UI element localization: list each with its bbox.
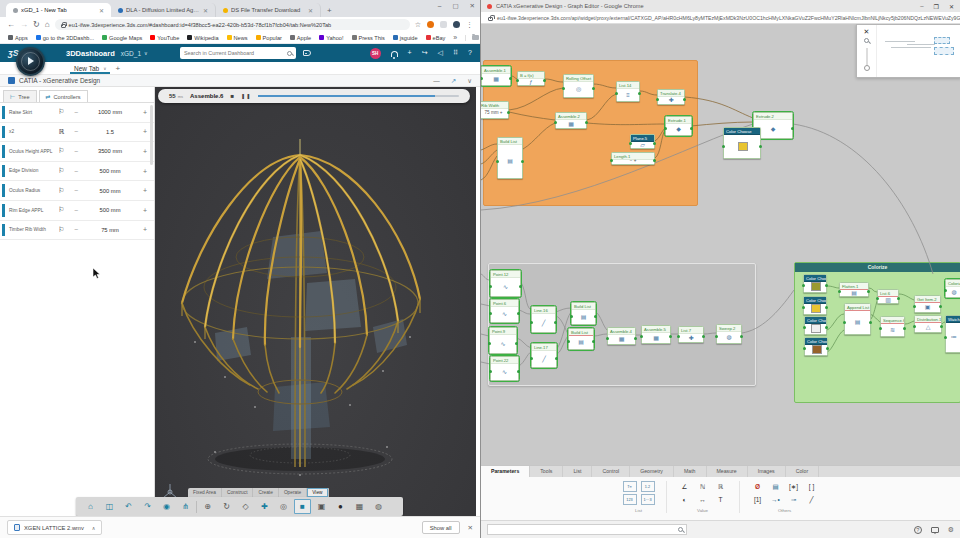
toolbox-tab[interactable]: List [563,466,592,477]
decrement-button[interactable]: − [68,187,84,194]
graph-node[interactable]: Append List ▤ [844,303,871,335]
close-icon[interactable]: ✕ [864,28,870,35]
bracket-param-icon[interactable]: [ ] [805,481,819,492]
bookmark-item[interactable]: News [227,35,248,41]
window-control-button[interactable]: ❐ [934,3,939,10]
rss-extension-icon[interactable] [427,21,434,28]
list-param-icon[interactable]: [∗] [787,481,801,492]
toolbox-tab[interactable]: Tools [530,466,563,477]
graph-node[interactable]: Color Choose [804,316,827,335]
window-control-button[interactable]: ✕ [949,3,954,10]
dashboard-name[interactable]: xGD_1 [121,50,141,57]
bookmark-item[interactable]: Press This [352,35,385,41]
graph-node[interactable]: Point.12 ∿ [490,270,521,297]
graph-node[interactable]: Point.22 ∿ [490,356,519,381]
shaded-view-icon[interactable]: ■ [294,499,311,514]
bookmark-item[interactable]: Popular [256,35,282,41]
graph-node[interactable]: Plane.5 ▱ [630,134,655,149]
bookmark-item[interactable]: Apps [8,35,28,41]
graph-node[interactable]: Assemble.1 ▦ [481,66,511,86]
graph-node[interactable]: List.6 ▥ [877,289,899,304]
text-list-icon[interactable]: T≡ [623,481,637,492]
text-param-icon[interactable]: T [714,494,728,505]
reload-icon[interactable]: ↻ [33,20,40,30]
line-param-icon[interactable]: ╱ [805,494,819,505]
user-avatar[interactable]: SH [370,48,381,59]
increment-button[interactable]: + [136,168,154,175]
add-workspace-tab-button[interactable]: + [115,64,120,73]
help-icon[interactable]: ? [914,526,922,534]
extension-icon[interactable] [440,21,447,28]
graph-node[interactable]: List.7 ✚ [678,326,704,343]
parameter-value[interactable]: 1.5 [84,129,136,135]
decrement-button[interactable]: − [68,128,84,135]
url-field[interactable]: eu1-ifwe.3dexperience.3ds.com/#dashboard… [55,19,410,30]
update-icon[interactable]: ↻ [218,499,235,514]
graph-node[interactable]: Length.1 − + [611,152,655,165]
downloaded-file-chip[interactable]: XGEN LATTICE 2.wmv ∧ [7,520,102,535]
graph-node[interactable]: Build List ▤ [568,328,594,350]
angle-param-icon[interactable]: ∠ [678,481,692,492]
playback-slider[interactable] [258,95,459,97]
graph-node[interactable]: Extrude.1 ◆ [665,116,692,136]
action-bar-tab[interactable]: Fixed Area [188,488,222,497]
graph-node[interactable]: Color Choose [803,274,827,293]
tag-icon[interactable] [303,50,311,56]
notifications-bell-icon[interactable] [391,51,398,57]
node-search-box[interactable] [487,524,687,535]
graph-node[interactable]: Line.16 ╱ [531,306,556,333]
node-search-input[interactable] [491,527,676,533]
new-tab-button[interactable]: + [327,6,332,15]
decrement-button[interactable]: − [68,168,84,175]
grid-icon[interactable]: ▦ [351,499,368,514]
pause-icon[interactable]: ❚❚ [241,93,251,99]
graph-node[interactable]: Rib Width 75 mm + [481,101,509,119]
toolbox-tab[interactable]: Parameters [481,466,530,477]
widget-expand-button[interactable]: ↗ [451,77,456,85]
browser-menu-icon[interactable]: ⋮ [466,21,473,29]
window-control-button[interactable]: ▢ [452,2,458,10]
tab-close-icon[interactable]: ✕ [203,7,208,14]
storage-icon[interactable]: ◫ [101,499,118,514]
graph-node[interactable]: Build List ▤ [571,302,596,325]
graph-node[interactable]: List.14 ≡ [616,81,640,102]
structure-tree-icon[interactable]: ⋔ [177,499,194,514]
graph-node[interactable]: Sweep.2 ◍ [716,324,742,344]
increment-button[interactable]: + [136,187,154,194]
toolbox-tab[interactable]: Color [786,466,819,477]
decrement-button[interactable]: − [68,109,84,116]
forward-icon[interactable]: ↪ [422,48,428,58]
zoom-slider-thumb[interactable] [864,65,870,71]
toolbox-tab[interactable]: Images [748,466,786,477]
bookmark-item[interactable]: YouTube [150,35,179,41]
parameter-value[interactable]: 500 mm [84,168,136,174]
graph-node[interactable]: Color Choose [723,127,761,159]
item-param-icon[interactable]: →• [769,494,783,505]
graph-node[interactable]: Color Choose [803,296,827,315]
toolbox-tab[interactable]: Measure [707,466,748,477]
number-list-icon[interactable]: 123 [623,494,637,505]
graph-minimap[interactable]: ✕ [856,24,960,78]
point-list-icon[interactable]: 1.2 [641,481,655,492]
action-bar-tab[interactable]: View [307,488,328,497]
toolbar-separator[interactable] [196,501,197,513]
help-icon[interactable]: ? [468,48,472,58]
bookmark-item[interactable]: Wikipedia [187,35,218,41]
workspace-tab[interactable]: New Tab ∨ [72,65,108,72]
graph-canvas[interactable]: Colorize [481,24,960,465]
graph-node[interactable]: Watch.3 ≔ [945,315,960,353]
ambient-view-icon[interactable]: ● [332,499,349,514]
decrement-button[interactable]: − [68,226,84,233]
increment-button[interactable]: + [136,207,154,214]
action-bar-tab[interactable]: Operate [279,488,307,497]
undo-icon[interactable]: ↶ [120,499,137,514]
boolean-param-icon[interactable]: ◐ [678,494,692,505]
back-icon[interactable]: ← [7,20,15,30]
decrement-button[interactable]: − [68,207,84,214]
bookmark-item[interactable]: go to the 3DDashb... [36,35,94,41]
bookmark-item[interactable]: Apple [290,35,311,41]
bookmarks-overflow-icon[interactable]: » [453,34,457,41]
3d-viewport[interactable]: 55 ms Assemble.6 ■ ❚❚ [155,87,476,516]
action-bar-tab[interactable]: Construct [222,488,254,497]
dashboard-search-input[interactable] [184,50,284,56]
